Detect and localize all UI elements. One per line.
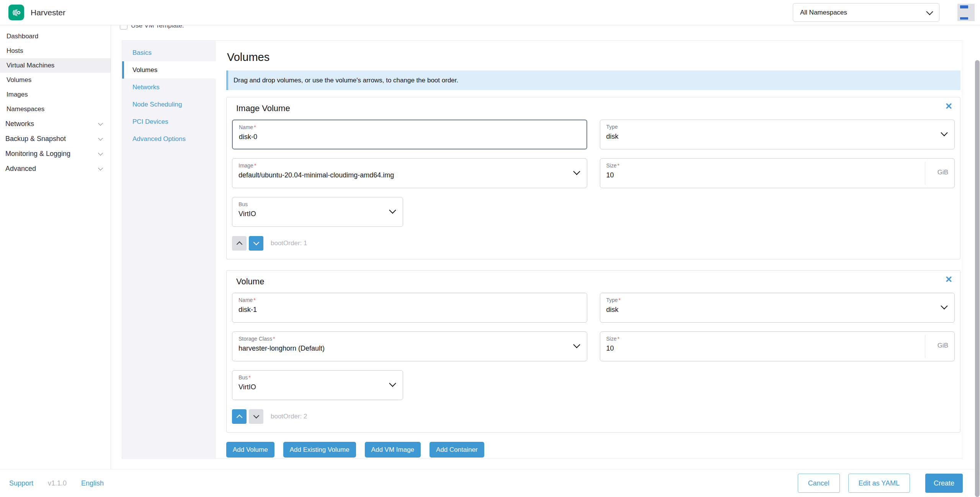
image-volume-card: Image Volume ✕ Name* disk-0 Type disk [226,97,960,259]
volume-card: Volume ✕ Name* disk-1 Type* disk [226,270,960,433]
sidebar-group-monitoring-logging[interactable]: Monitoring & Logging [0,146,111,161]
size-field[interactable]: Size* 10 GiB [600,331,955,361]
sidebar-item-dashboard[interactable]: Dashboard [0,29,111,44]
add-existing-volume-button[interactable]: Add Existing Volume [283,442,356,458]
page-title: Volumes [227,50,960,64]
type-select[interactable]: Type* disk [600,293,955,323]
size-field[interactable]: Size* 10 GiB [600,158,955,188]
tab-pci-devices[interactable]: PCI Devices [122,113,216,130]
storage-class-select[interactable]: Storage Class* harvester-longhorn (Defau… [232,331,587,361]
app-title: Harvester [31,8,65,17]
vertical-scrollbar[interactable] [975,60,980,497]
sidebar-item-virtual-machines[interactable]: Virtual Machines [0,58,111,73]
sidebar-nav: Dashboard Hosts Virtual Machines Volumes… [0,25,111,469]
add-buttons-row: Add Volume Add Existing Volume Add VM Im… [226,442,960,458]
type-select[interactable]: Type disk [600,120,955,149]
footer-bar: Support v1.1.0 English Cancel Edit as YA… [0,469,980,497]
support-link[interactable]: Support [9,479,33,487]
user-avatar[interactable] [957,4,975,21]
version-label: v1.1.0 [48,479,67,487]
sidebar-group-backup-snapshot[interactable]: Backup & Snapshot [0,131,111,146]
sidebar-item-volumes[interactable]: Volumes [0,73,111,87]
chevron-up-icon [236,241,242,248]
create-button[interactable]: Create [925,474,963,493]
chevron-down-icon [253,413,259,419]
cancel-button[interactable]: Cancel [798,474,840,493]
move-down-button[interactable] [249,236,263,251]
move-down-button[interactable] [249,409,263,424]
banner-text: Drag and drop volumes, or use the volume… [234,77,458,84]
close-icon[interactable]: ✕ [945,275,952,284]
language-link[interactable]: English [81,479,104,487]
sidebar-item-hosts[interactable]: Hosts [0,44,111,58]
boot-order-banner: Drag and drop volumes, or use the volume… [226,71,960,90]
card-title: Volume [236,277,955,287]
chevron-down-icon [253,239,259,246]
name-field[interactable]: Name* disk-0 [232,120,587,149]
namespace-selector-value: All Namespaces [800,9,847,16]
sidebar-group-networks[interactable]: Networks [0,116,111,131]
tab-node-scheduling[interactable]: Node Scheduling [122,96,216,113]
tab-advanced-options[interactable]: Advanced Options [122,130,216,148]
chevron-down-icon [926,8,933,15]
chevron-down-icon [98,121,103,126]
close-icon[interactable]: ✕ [945,102,952,111]
boot-order-label: bootOrder: 1 [271,239,307,247]
add-container-button[interactable]: Add Container [430,442,484,458]
sidebar-item-images[interactable]: Images [0,87,111,102]
main-content: Use VM Template: Basics Volumes Networks… [111,0,980,469]
bus-select[interactable]: Bus* VirtIO [232,370,403,400]
chevron-down-icon [98,151,103,156]
tab-networks[interactable]: Networks [122,79,216,96]
move-up-button[interactable] [232,236,247,251]
add-vm-image-button[interactable]: Add VM Image [365,442,421,458]
top-header: Harvester All Namespaces [0,0,980,25]
name-field[interactable]: Name* disk-1 [232,293,587,323]
edit-as-yaml-button[interactable]: Edit as YAML [848,474,910,493]
namespace-selector[interactable]: All Namespaces [793,3,939,22]
move-up-button[interactable] [232,409,247,424]
boot-order-row: bootOrder: 1 [232,236,955,251]
bus-select[interactable]: Bus VirtIO [232,197,403,227]
chevron-down-icon [98,136,103,141]
tab-volumes[interactable]: Volumes [122,61,216,79]
divider [925,335,925,358]
size-unit-label: GiB [938,169,948,176]
boot-order-row: bootOrder: 2 [232,409,955,424]
volumes-panel: Volumes Drag and drop volumes, or use th… [216,41,962,458]
sidebar-group-advanced[interactable]: Advanced [0,161,111,176]
vm-create-form: Basics Volumes Networks Node Scheduling … [122,40,962,459]
size-unit-label: GiB [938,342,948,349]
image-select[interactable]: Image* default/ubuntu-20.04-minimal-clou… [232,158,587,188]
divider [925,162,925,185]
sidebar-item-namespaces[interactable]: Namespaces [0,102,111,116]
chevron-up-icon [236,415,242,421]
boot-order-label: bootOrder: 2 [271,413,307,420]
card-title: Image Volume [236,103,955,113]
add-volume-button[interactable]: Add Volume [226,442,274,458]
tab-basics[interactable]: Basics [122,44,216,61]
harvester-logo-icon [8,5,24,20]
harvester-app: Harvester All Namespaces Dashboard Hosts… [0,0,980,497]
chevron-down-icon [98,166,103,171]
form-tabs: Basics Volumes Networks Node Scheduling … [122,41,216,458]
